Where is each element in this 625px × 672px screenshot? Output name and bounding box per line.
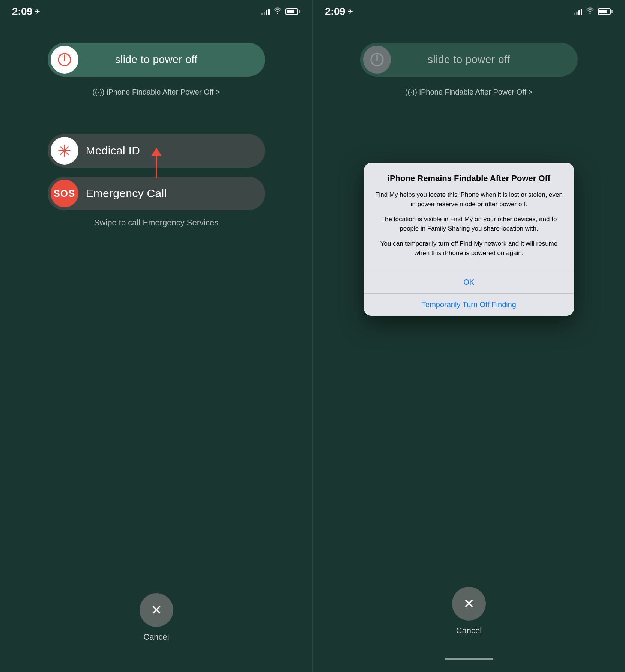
battery-icon-left bbox=[285, 8, 300, 15]
signal-icon-right bbox=[574, 8, 582, 15]
cancel-x-icon-left: ✕ bbox=[151, 603, 162, 617]
asterisk-icon: ✳ bbox=[57, 141, 71, 160]
status-bar-left: 2:09 ✈ bbox=[0, 0, 312, 20]
left-screen: 2:09 ✈ bbox=[0, 0, 312, 672]
popup-paragraph-1: Find My helps you locate this iPhone whe… bbox=[374, 190, 563, 209]
popup-paragraph-3: You can temporarily turn off Find My net… bbox=[374, 239, 563, 258]
popup-ok-button[interactable]: OK bbox=[364, 271, 574, 293]
power-slider-left: slide to power off bbox=[48, 43, 265, 76]
power-slider-track-left[interactable]: slide to power off bbox=[48, 43, 265, 76]
wifi-icon-left bbox=[273, 8, 282, 16]
power-handle-left[interactable] bbox=[51, 46, 78, 74]
sos-icon: SOS bbox=[51, 180, 78, 207]
right-content: slide to power off ((·)) iPhone Findable… bbox=[313, 20, 625, 672]
popup-title: iPhone Remains Findable After Power Off bbox=[374, 173, 563, 184]
arrow-annotation bbox=[151, 148, 162, 178]
power-slider-label-left: slide to power off bbox=[78, 54, 262, 66]
time-right: 2:09 bbox=[325, 6, 345, 18]
findable-row-left[interactable]: ((·)) iPhone Findable After Power Off > bbox=[92, 88, 220, 96]
popup-turn-off-button[interactable]: Temporarily Turn Off Finding bbox=[364, 294, 574, 316]
wifi-icon-right bbox=[586, 8, 594, 16]
medical-id-icon: ✳ bbox=[51, 137, 78, 165]
findable-popup: iPhone Remains Findable After Power Off … bbox=[313, 20, 625, 672]
cancel-button-left[interactable]: ✕ bbox=[140, 593, 173, 627]
popup-paragraph-2: The location is visible in Find My on yo… bbox=[374, 214, 563, 234]
sos-button[interactable]: SOS Emergency Call bbox=[48, 177, 265, 210]
time-left: 2:09 bbox=[12, 6, 32, 18]
popup-content: iPhone Remains Findable After Power Off … bbox=[364, 163, 574, 271]
cancel-label-left: Cancel bbox=[143, 632, 169, 642]
arrow-shaft bbox=[156, 156, 157, 178]
battery-icon-right bbox=[598, 8, 613, 15]
medical-id-label: Medical ID bbox=[86, 144, 140, 157]
status-icons-right bbox=[574, 8, 613, 16]
status-bar-right: 2:09 ✈ bbox=[313, 0, 625, 20]
sos-text: SOS bbox=[54, 188, 75, 200]
right-screen: 2:09 ✈ bbox=[312, 0, 625, 672]
arrow-head bbox=[151, 148, 162, 156]
location-icon-left: ✈ bbox=[35, 8, 40, 16]
popup-box: iPhone Remains Findable After Power Off … bbox=[364, 163, 574, 316]
signal-icon-left bbox=[261, 8, 270, 15]
findable-text-left: ((·)) iPhone Findable After Power Off > bbox=[92, 88, 220, 96]
swipe-hint-text: Swipe to call Emergency Services bbox=[94, 218, 218, 227]
sos-label: Emergency Call bbox=[86, 187, 167, 200]
left-content: slide to power off ((·)) iPhone Findable… bbox=[0, 20, 312, 672]
power-icon-left bbox=[58, 53, 71, 66]
cancel-area-left: ✕ Cancel bbox=[140, 593, 173, 657]
status-icons-left bbox=[261, 8, 300, 16]
swipe-hint-left: Swipe to call Emergency Services bbox=[94, 218, 218, 228]
location-icon-right: ✈ bbox=[347, 8, 353, 16]
